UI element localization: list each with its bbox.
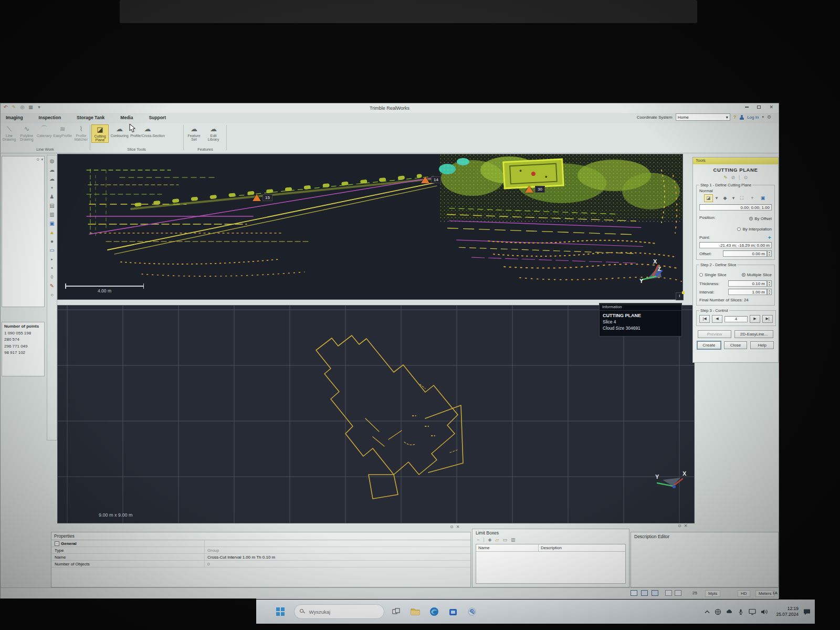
microphone-icon[interactable]: [738, 608, 744, 615]
cloud-select-icon[interactable]: ☁: [48, 175, 56, 183]
store-app-icon[interactable]: [446, 605, 460, 618]
viewport-2d-slice[interactable]: Y X 9.00 m x 9.00 m: [57, 305, 695, 523]
statusbar-points-unit[interactable]: Mpts: [705, 590, 720, 597]
taskbar-search[interactable]: [294, 604, 384, 619]
point-cloud-canvas[interactable]: X Z Y: [58, 154, 682, 299]
first-slice-icon[interactable]: |◀: [699, 315, 710, 323]
property-row[interactable]: Number of Objects 0: [51, 561, 470, 568]
info-toggle-icon[interactable]: i: [676, 292, 684, 300]
interval-spinner[interactable]: ▴▾: [767, 289, 772, 295]
radio-single-slice[interactable]: Single Slice: [699, 269, 727, 278]
orbit-icon[interactable]: ◍: [48, 158, 56, 165]
offset-spinner[interactable]: ▴▾: [767, 250, 772, 257]
screen-tool-icon[interactable]: ▣: [48, 220, 56, 227]
file-explorer-icon[interactable]: [408, 605, 422, 618]
login-dropdown-icon[interactable]: ▾: [762, 115, 764, 119]
plane-mode-icon[interactable]: ◪: [704, 194, 713, 202]
tab-media[interactable]: Media: [119, 114, 134, 121]
disable-plane-icon[interactable]: ⊘: [731, 175, 736, 180]
tool-edit-library[interactable]: ☁ Edit Library: [205, 124, 222, 142]
axis-mode-icon[interactable]: ◆: [721, 194, 730, 202]
dot-tool-icon[interactable]: •: [48, 265, 56, 272]
radio-by-offset[interactable]: By Offset: [749, 213, 772, 222]
plane-mode-dropdown-icon[interactable]: ▾: [715, 194, 719, 202]
small-arrow-icon[interactable]: ▸: [48, 256, 56, 263]
offset-value-field[interactable]: 0.00 m: [723, 250, 767, 257]
style-gear-icon[interactable]: ⚙: [767, 114, 771, 120]
screen-plane-icon[interactable]: ▣: [759, 194, 768, 202]
target-marker-icon[interactable]: ▲: [48, 229, 56, 236]
tree-dropdown-icon[interactable]: ▾: [41, 158, 43, 162]
onedrive-icon[interactable]: [726, 608, 733, 615]
pane-close-icon[interactable]: ✕: [456, 524, 460, 529]
notification-icon[interactable]: [803, 608, 811, 615]
toolbar-dropdown-icon[interactable]: ▾: [48, 184, 56, 192]
reset-icon[interactable]: ⊙: [743, 175, 748, 180]
search-input[interactable]: [308, 608, 368, 615]
layout-split-vertical-icon[interactable]: [652, 590, 658, 596]
layout-single-view-icon[interactable]: [631, 590, 637, 596]
export-folder-icon[interactable]: ▭: [502, 537, 507, 542]
pin-icon[interactable]: ⊙: [37, 158, 40, 162]
circle-select-icon[interactable]: ○: [48, 291, 56, 299]
statusbar-units[interactable]: Meters: [755, 590, 774, 597]
mail-app-icon[interactable]: [465, 605, 479, 618]
minimize-icon[interactable]: [745, 107, 749, 108]
normal-value-field[interactable]: 0.00; 0.00; 1.00: [699, 204, 772, 211]
slice-marker[interactable]: 30: [525, 186, 545, 193]
tab-support[interactable]: Support: [148, 114, 167, 121]
eraser-tool-icon[interactable]: ◊: [48, 274, 56, 281]
easyline-button[interactable]: 2D-EasyLine...: [734, 330, 773, 338]
statusbar-quality[interactable]: HD: [738, 590, 750, 597]
slice-marker[interactable]: 15: [253, 194, 272, 201]
measure-tool-icon[interactable]: ✎: [48, 282, 56, 290]
maximize-icon[interactable]: [757, 106, 761, 109]
properties-group-row[interactable]: − General: [51, 540, 470, 547]
last-slice-icon[interactable]: ▶|: [762, 315, 773, 323]
column-name[interactable]: Name: [476, 544, 539, 551]
previous-slice-icon[interactable]: ◀: [712, 315, 722, 323]
tool-easyprofile[interactable]: ≋ EasyProfile: [54, 124, 71, 142]
tool-feature-set[interactable]: ☁ Feature Set: [185, 124, 203, 142]
slice-marker[interactable]: 14: [421, 176, 441, 183]
column-description[interactable]: Description: [539, 544, 564, 551]
pan-cloud-icon[interactable]: ☁: [48, 166, 56, 174]
point-value-field[interactable]: -21.43 m; -16.29 m; 0.00 m: [699, 242, 772, 248]
lock-icon[interactable]: ◈: [488, 537, 492, 542]
help-icon[interactable]: ?: [733, 114, 737, 120]
thickness-field[interactable]: 0.10 m: [728, 280, 767, 287]
point-size-icon[interactable]: [675, 590, 681, 596]
pane-close-icon[interactable]: ✕: [684, 523, 688, 528]
edit-plane-icon[interactable]: ✎: [723, 175, 728, 180]
help-button[interactable]: Help: [750, 341, 774, 349]
thickness-spinner[interactable]: ▴▾: [767, 280, 772, 287]
box-icon[interactable]: ▥: [511, 537, 516, 542]
tool-polyline-drawing[interactable]: ∿ Polyline Drawing: [19, 124, 34, 142]
speaker-icon[interactable]: [761, 608, 768, 615]
edge-browser-icon[interactable]: [427, 605, 441, 618]
radio-multiple-slice[interactable]: Multiple Slice: [742, 269, 772, 278]
render-mode-icon[interactable]: [665, 590, 672, 596]
current-slice-field[interactable]: 4: [724, 316, 748, 322]
display-icon[interactable]: [749, 608, 756, 615]
close-button[interactable]: Close: [724, 341, 748, 349]
tray-chevron-icon[interactable]: [705, 610, 710, 614]
viewport-3d-section[interactable]: X Z Y 15 14 30 4.00 m: [57, 154, 683, 300]
radio-by-interpolation[interactable]: By Interpolation: [737, 223, 772, 233]
close-icon[interactable]: ✕: [769, 105, 773, 109]
login-button[interactable]: Log In: [747, 115, 759, 120]
import-folder-icon[interactable]: ▱: [496, 537, 499, 542]
tab-storage-tank[interactable]: Storage Tank: [76, 114, 106, 121]
sphere-tool-icon[interactable]: ●: [48, 238, 56, 245]
pin-icon[interactable]: ⊙: [450, 524, 454, 529]
limit-boxes-table[interactable]: Name Description: [476, 544, 626, 584]
task-view-icon[interactable]: [390, 605, 403, 618]
limitbox-tool-icon[interactable]: ▭: [48, 247, 56, 254]
point-picker-icon[interactable]: ✦: [768, 235, 772, 240]
stamp-tool-icon[interactable]: ♟: [48, 193, 56, 201]
pin-icon[interactable]: ⊙: [678, 523, 681, 528]
tool-line-drawing[interactable]: ⟍ Line Drawing: [2, 124, 17, 142]
tab-imaging[interactable]: Imaging: [5, 114, 24, 121]
start-button[interactable]: [276, 607, 285, 616]
fit-points-icon[interactable]: ⛶: [738, 194, 747, 202]
